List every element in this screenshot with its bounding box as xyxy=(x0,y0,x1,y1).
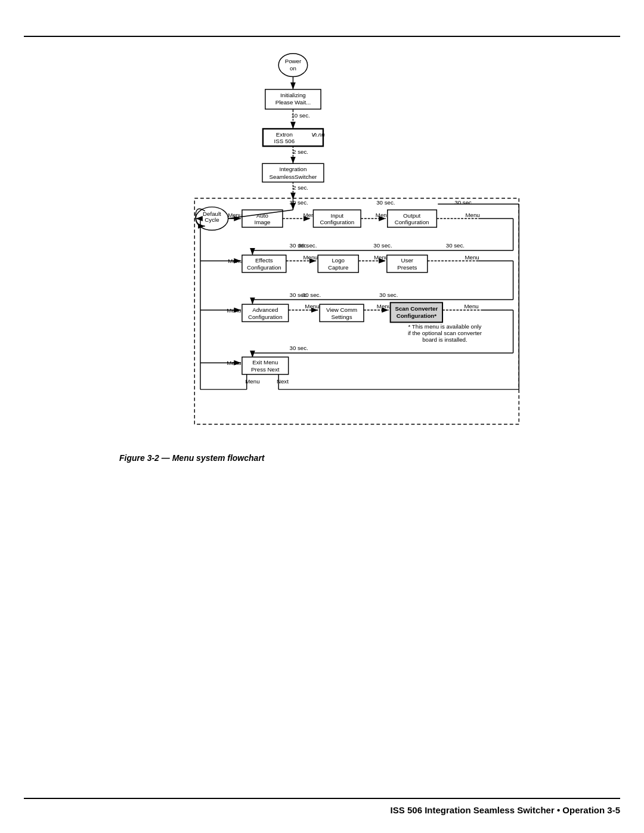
svg-text:10 sec.: 10 sec. xyxy=(291,112,309,119)
svg-text:Menu: Menu xyxy=(305,303,319,309)
svg-text:Configuration: Configuration xyxy=(247,264,281,271)
svg-text:Menu: Menu xyxy=(464,303,478,309)
svg-text:30 sec.: 30 sec. xyxy=(289,345,308,351)
svg-text:Exit Menu: Exit Menu xyxy=(252,359,278,366)
svg-text:Advanced: Advanced xyxy=(252,306,278,313)
svg-text:Press Next: Press Next xyxy=(251,366,280,373)
svg-text:2 sec.: 2 sec. xyxy=(293,148,308,155)
svg-text:Menu: Menu xyxy=(374,254,388,261)
svg-text:Menu: Menu xyxy=(465,254,479,261)
svg-text:30 sec.: 30 sec. xyxy=(289,199,308,206)
top-rule xyxy=(24,36,620,37)
svg-text:ISS 506: ISS 506 xyxy=(274,138,295,144)
svg-text:Menu: Menu xyxy=(377,303,391,309)
svg-text:if the optional scan converter: if the optional scan converter xyxy=(408,330,482,336)
footer-right: ISS 506 Integration Seamless Switcher • … xyxy=(391,805,620,815)
svg-text:Configuration: Configuration xyxy=(248,314,283,320)
footer: ISS 506 Integration Seamless Switcher • … xyxy=(24,798,620,815)
svg-text:Configuration: Configuration xyxy=(320,219,354,225)
svg-text:Menu: Menu xyxy=(303,254,317,261)
svg-text:View Comm: View Comm xyxy=(326,306,357,313)
svg-text:Capture: Capture xyxy=(328,264,349,271)
svg-text:30 sec.: 30 sec. xyxy=(379,292,398,298)
svg-text:Please Wait...: Please Wait... xyxy=(275,99,311,106)
svg-text:SeamlessSwitcher: SeamlessSwitcher xyxy=(270,174,318,180)
svg-text:Extron: Extron xyxy=(276,131,293,138)
svg-text:Default: Default xyxy=(203,210,221,217)
svg-text:Scan Converter: Scan Converter xyxy=(395,305,438,312)
svg-text:30 sec.: 30 sec. xyxy=(302,292,321,298)
svg-text:User: User xyxy=(401,257,414,264)
svg-text:Menu: Menu xyxy=(465,212,479,218)
svg-text:Output: Output xyxy=(403,212,420,219)
svg-text:Power: Power xyxy=(285,58,302,64)
svg-text:Logo: Logo xyxy=(332,257,345,264)
svg-text:Settings: Settings xyxy=(331,314,352,320)
svg-text:Initializing: Initializing xyxy=(280,92,306,98)
svg-text:30 sec.: 30 sec. xyxy=(454,199,473,206)
svg-text:Menu: Menu xyxy=(245,378,259,385)
svg-text:2 sec.: 2 sec. xyxy=(293,184,308,191)
svg-text:n.nn: n.nn xyxy=(314,131,325,138)
svg-text:on: on xyxy=(290,65,296,72)
flowchart-container: Power on Initializing Please Wait... 10 … xyxy=(113,48,531,453)
svg-text:30 sec.: 30 sec. xyxy=(446,242,465,249)
svg-text:Input: Input xyxy=(330,212,343,219)
svg-text:Integration: Integration xyxy=(279,166,306,172)
svg-text:Image: Image xyxy=(254,219,270,225)
svg-text:Configuration*: Configuration* xyxy=(397,312,437,319)
svg-text:30 sec.: 30 sec. xyxy=(376,199,395,206)
svg-text:* This menu is available only: * This menu is available only xyxy=(408,323,482,330)
svg-text:30 sec.: 30 sec. xyxy=(298,242,317,249)
svg-text:Presets: Presets xyxy=(397,264,417,271)
svg-text:board is installed.: board is installed. xyxy=(422,336,467,343)
svg-text:Effects: Effects xyxy=(255,257,273,264)
figure-caption: Figure 3-2 — Menu system flowchart xyxy=(119,453,265,463)
svg-text:30 sec.: 30 sec. xyxy=(373,242,392,249)
svg-text:Configuration: Configuration xyxy=(395,219,429,225)
svg-text:Cycle: Cycle xyxy=(205,216,219,223)
